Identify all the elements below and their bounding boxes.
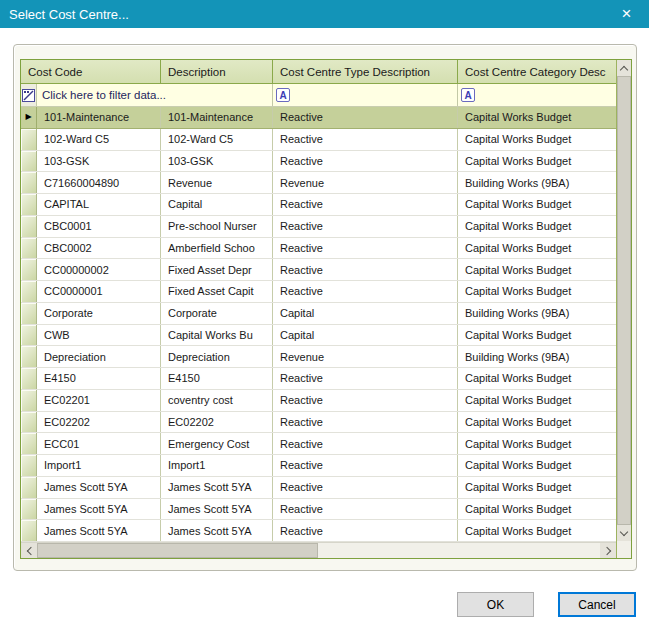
- table-row[interactable]: 103-GSK 103-GSK Reactive Capital Works B…: [21, 151, 616, 173]
- chevron-up-icon: [620, 65, 628, 73]
- cell-category: Capital Works Budget: [458, 107, 616, 128]
- cell-category: Building Works (9BA): [458, 303, 616, 324]
- row-selector-cell[interactable]: [21, 238, 37, 259]
- table-row[interactable]: E4150 E4150 Reactive Capital Works Budge…: [21, 368, 616, 390]
- cell-cost-code: E4150: [37, 368, 161, 389]
- row-selector-cell[interactable]: [21, 151, 37, 172]
- cell-cost-code: EC02202: [37, 412, 161, 433]
- row-selector-cell[interactable]: [21, 194, 37, 215]
- cell-cost-code: 103-GSK: [37, 151, 161, 172]
- table-row[interactable]: CAPITAL Capital Reactive Capital Works B…: [21, 194, 616, 216]
- chevron-right-icon: [602, 546, 610, 554]
- row-selector-cell[interactable]: [21, 455, 37, 476]
- row-selector-cell[interactable]: [21, 216, 37, 237]
- cell-cost-code: CBC0002: [37, 238, 161, 259]
- vertical-scrollbar[interactable]: [616, 60, 631, 558]
- column-header-type[interactable]: Cost Centre Type Description: [273, 60, 458, 84]
- row-selector-cell[interactable]: [21, 368, 37, 389]
- cell-category: Capital Works Budget: [458, 412, 616, 433]
- table-row[interactable]: 102-Ward C5 102-Ward C5 Reactive Capital…: [21, 129, 616, 151]
- filter-type-cell[interactable]: A: [273, 84, 458, 106]
- cell-description: coventry cost: [161, 390, 273, 411]
- table-row[interactable]: EC02201 coventry cost Reactive Capital W…: [21, 390, 616, 412]
- cell-description: James Scott 5YA: [161, 499, 273, 520]
- cell-description: James Scott 5YA: [161, 520, 273, 541]
- ok-button[interactable]: OK: [457, 592, 534, 617]
- table-row[interactable]: ECC01 Emergency Cost Reactive Capital Wo…: [21, 433, 616, 455]
- cost-centre-grid: Cost Code Description Cost Centre Type D…: [20, 59, 632, 559]
- filter-category-cell[interactable]: A: [458, 84, 616, 106]
- table-row[interactable]: James Scott 5YA James Scott 5YA Reactive…: [21, 477, 616, 499]
- table-row[interactable]: CBC0001 Pre-school Nurser Reactive Capit…: [21, 216, 616, 238]
- row-selector-cell[interactable]: [21, 346, 37, 367]
- cell-type: Reactive: [273, 129, 458, 150]
- table-row[interactable]: Depreciation Depreciation Revenue Buildi…: [21, 346, 616, 368]
- scroll-right-button[interactable]: [600, 543, 616, 558]
- close-icon: ×: [622, 4, 632, 24]
- cell-category: Capital Works Budget: [458, 368, 616, 389]
- cell-description: Revenue: [161, 172, 273, 193]
- cell-description: Capital Works Bu: [161, 325, 273, 346]
- row-selector-cell[interactable]: [21, 172, 37, 193]
- column-header-category[interactable]: Cost Centre Category Desc: [458, 60, 616, 84]
- row-selector-cell[interactable]: ▶: [21, 107, 37, 128]
- cell-type: Reactive: [273, 477, 458, 498]
- chevron-left-icon: [26, 546, 34, 554]
- row-selector-cell[interactable]: [21, 412, 37, 433]
- table-row[interactable]: CWB Capital Works Bu Capital Capital Wor…: [21, 325, 616, 347]
- cell-type: Reactive: [273, 520, 458, 541]
- filter-prompt-cell[interactable]: Click here to filter data...: [37, 84, 273, 106]
- vertical-scroll-thumb[interactable]: [617, 76, 631, 525]
- cell-cost-code: CC00000002: [37, 259, 161, 280]
- table-row[interactable]: EC02202 EC02202 Reactive Capital Works B…: [21, 412, 616, 434]
- cancel-button[interactable]: Cancel: [558, 592, 636, 617]
- row-selector-cell[interactable]: [21, 259, 37, 280]
- cell-type: Reactive: [273, 151, 458, 172]
- row-selector-cell[interactable]: [21, 477, 37, 498]
- table-row[interactable]: CBC0002 Amberfield Schoo Reactive Capita…: [21, 238, 616, 260]
- row-selector-cell[interactable]: [21, 325, 37, 346]
- cell-description: 103-GSK: [161, 151, 273, 172]
- select-cost-centre-dialog: { "window": { "title": "Select Cost Cent…: [0, 0, 649, 623]
- row-selector-cell[interactable]: [21, 433, 37, 454]
- row-selector-cell[interactable]: [21, 129, 37, 150]
- column-header-cost-code[interactable]: Cost Code: [21, 60, 161, 84]
- table-row[interactable]: C71660004890 Revenue Revenue Building Wo…: [21, 172, 616, 194]
- table-row[interactable]: Corporate Corporate Capital Building Wor…: [21, 303, 616, 325]
- horizontal-scroll-track[interactable]: [37, 543, 600, 558]
- row-selector-cell[interactable]: [21, 390, 37, 411]
- scroll-down-button[interactable]: [617, 525, 631, 541]
- cell-description: James Scott 5YA: [161, 477, 273, 498]
- scroll-left-button[interactable]: [21, 543, 37, 558]
- table-row[interactable]: ▶ 101-Maintenance 101-Maintenance Reacti…: [21, 107, 616, 129]
- cell-category: Capital Works Budget: [458, 499, 616, 520]
- cell-description: Depreciation: [161, 346, 273, 367]
- cell-type: Reactive: [273, 281, 458, 302]
- column-header-description[interactable]: Description: [161, 60, 273, 84]
- horizontal-scroll-thumb[interactable]: [37, 543, 318, 558]
- table-row[interactable]: CC00000002 Fixed Asset Depr Reactive Cap…: [21, 259, 616, 281]
- cell-type: Reactive: [273, 259, 458, 280]
- cell-category: Capital Works Budget: [458, 194, 616, 215]
- close-button[interactable]: ×: [604, 0, 649, 28]
- table-row[interactable]: James Scott 5YA James Scott 5YA Reactive…: [21, 520, 616, 542]
- cell-type: Reactive: [273, 238, 458, 259]
- cell-description: Amberfield Schoo: [161, 238, 273, 259]
- row-selector-cell[interactable]: [21, 281, 37, 302]
- cell-category: Capital Works Budget: [458, 259, 616, 280]
- table-row[interactable]: James Scott 5YA James Scott 5YA Reactive…: [21, 499, 616, 521]
- row-selector-cell[interactable]: [21, 520, 37, 541]
- cell-cost-code: 102-Ward C5: [37, 129, 161, 150]
- filter-button[interactable]: [21, 84, 37, 106]
- horizontal-scrollbar[interactable]: [21, 542, 616, 558]
- scroll-up-button[interactable]: [617, 60, 631, 76]
- cell-description: Corporate: [161, 303, 273, 324]
- row-selector-cell[interactable]: [21, 499, 37, 520]
- cell-type: Reactive: [273, 390, 458, 411]
- table-row[interactable]: Import1 Import1 Reactive Capital Works B…: [21, 455, 616, 477]
- table-row[interactable]: CC0000001 Fixed Asset Capit Reactive Cap…: [21, 281, 616, 303]
- grid-filter-row: Click here to filter data... A A: [21, 84, 616, 107]
- cell-cost-code: James Scott 5YA: [37, 520, 161, 541]
- cell-type: Revenue: [273, 172, 458, 193]
- row-selector-cell[interactable]: [21, 303, 37, 324]
